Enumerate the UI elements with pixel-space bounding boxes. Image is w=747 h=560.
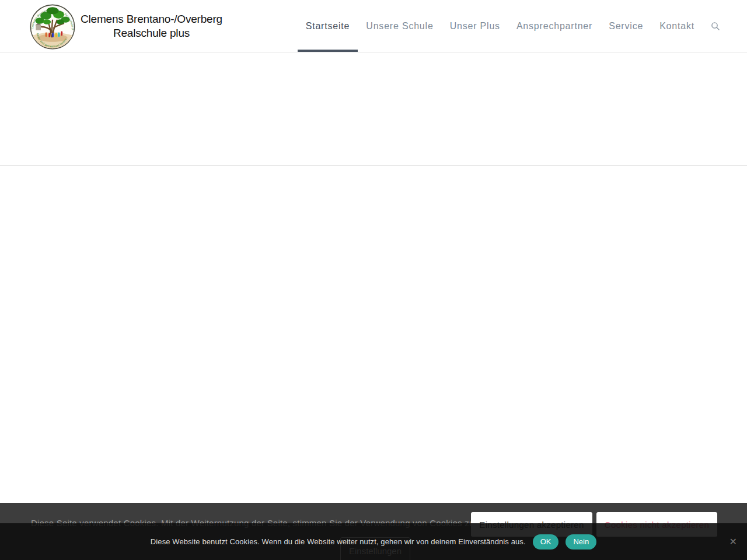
nav-item-service[interactable]: Service (601, 0, 651, 52)
nav-item-startseite[interactable]: Startseite (298, 0, 358, 52)
nav-item-unser-plus[interactable]: Unser Plus (442, 0, 508, 52)
nav-item-ansprechpartner[interactable]: Ansprechpartner (508, 0, 601, 52)
main-content (0, 52, 747, 560)
cookie-notice-bar: Diese Website benutzt Cookies. Wenn du d… (0, 523, 747, 560)
nav-item-unsere-schule[interactable]: Unsere Schule (358, 0, 441, 52)
search-icon (711, 22, 720, 31)
page: Clemens-Brentano-/Overberg Realschule pl… (0, 0, 747, 560)
nav-item-kontakt[interactable]: Kontakt (651, 0, 703, 52)
cookie-notice-content: Diese Website benutzt Cookies. Wenn du d… (151, 534, 596, 550)
search-button[interactable] (703, 0, 720, 52)
site-title-line2: Realschule plus (81, 26, 222, 40)
school-emblem-icon: Clemens-Brentano-/Overberg Realschule pl… (29, 4, 76, 50)
ok-button[interactable]: OK (533, 534, 559, 550)
content-divider (0, 165, 747, 166)
nein-button[interactable]: Nein (566, 534, 596, 550)
main-nav: Startseite Unsere Schule Unser Plus Ansp… (298, 0, 720, 52)
notice-message: Diese Website benutzt Cookies. Wenn du d… (151, 537, 526, 546)
site-title: Clemens Brentano-/Overberg Realschule pl… (79, 12, 222, 40)
close-icon[interactable]: ✕ (729, 537, 737, 547)
site-title-line1: Clemens Brentano-/Overberg (81, 12, 222, 26)
site-header: Clemens-Brentano-/Overberg Realschule pl… (0, 0, 747, 52)
logo[interactable]: Clemens-Brentano-/Overberg Realschule pl… (29, 0, 222, 52)
